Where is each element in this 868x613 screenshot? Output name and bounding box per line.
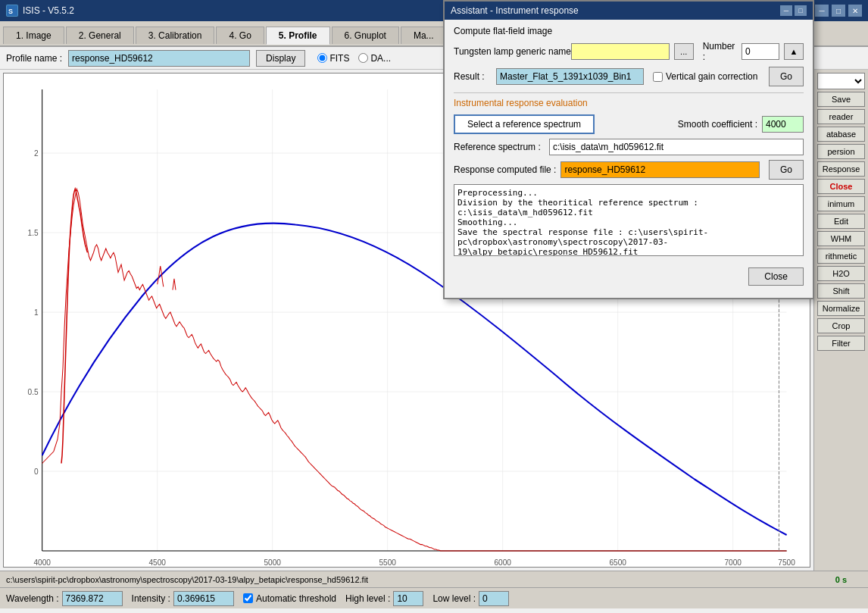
display-button[interactable]: Display xyxy=(256,50,305,67)
high-level-label: High level : xyxy=(345,593,390,604)
sidebar-close-btn[interactable]: Close xyxy=(817,179,865,194)
app-icon: S xyxy=(6,5,18,17)
title-bar-left: S ISIS - V5.5.2 xyxy=(6,5,74,17)
result-label: Result : xyxy=(454,71,492,82)
number-label: Number : xyxy=(703,41,737,62)
fits-label: FITS xyxy=(329,53,349,64)
tab-general[interactable]: 2. General xyxy=(66,27,134,44)
low-level-field: Low level : xyxy=(432,591,509,606)
svg-text:6000: 6000 xyxy=(494,558,511,567)
svg-text:0.5: 0.5 xyxy=(28,388,39,396)
fits-radio[interactable] xyxy=(317,53,327,63)
tungsten-label: Tungsten lamp generic name : xyxy=(454,46,567,57)
status-bar: c:\users\spirit-pc\dropbox\astronomy\spe… xyxy=(0,571,868,587)
low-level-input[interactable] xyxy=(479,591,509,606)
sidebar-whm-btn[interactable]: WHM xyxy=(817,231,865,246)
flatfield-go-btn[interactable]: Go xyxy=(769,67,804,86)
svg-text:5500: 5500 xyxy=(379,558,396,567)
sidebar-arithmetic-btn[interactable]: rithmetic xyxy=(817,249,865,264)
dialog-footer: Close xyxy=(454,264,804,292)
tab-go[interactable]: 4. Go xyxy=(216,27,264,44)
dialog-maximize-btn[interactable]: □ xyxy=(795,5,807,16)
intensity-field: Intensity : xyxy=(132,591,234,606)
fits-radio-item[interactable]: FITS xyxy=(317,53,349,64)
ref-spectrum-row: Reference spectrum : xyxy=(454,139,804,155)
dialog-title: Assistant - Instrument response xyxy=(451,5,579,16)
minimize-button[interactable]: ─ xyxy=(815,5,829,17)
svg-text:2: 2 xyxy=(34,149,39,158)
vertical-gain-label: Vertical gain correction xyxy=(666,71,757,82)
intensity-input[interactable] xyxy=(173,591,234,606)
dat-label: DA... xyxy=(370,53,391,64)
status-time: 0 s xyxy=(835,575,862,584)
dat-radio-item[interactable]: DA... xyxy=(358,53,391,64)
svg-text:7500: 7500 xyxy=(778,558,795,567)
status-path: c:\users\spirit-pc\dropbox\astronomy\spe… xyxy=(6,575,835,584)
title-bar-buttons: ─ □ ✕ xyxy=(815,5,862,17)
sidebar-crop-btn[interactable]: Crop xyxy=(817,318,865,333)
smooth-input[interactable] xyxy=(762,116,804,133)
instrumental-section-title: Instrumental response evaluation xyxy=(454,98,804,108)
select-ref-btn[interactable]: Select a reference spectrum xyxy=(454,114,595,134)
dialog-close-btn[interactable]: Close xyxy=(748,267,804,286)
low-level-label: Low level : xyxy=(432,593,476,604)
sidebar-shift-btn[interactable]: Shift xyxy=(817,283,865,299)
sidebar-save-btn[interactable]: Save xyxy=(817,92,865,107)
close-button[interactable]: ✕ xyxy=(848,5,862,17)
result-input[interactable] xyxy=(496,68,644,85)
svg-text:5000: 5000 xyxy=(264,558,281,567)
svg-text:1.5: 1.5 xyxy=(28,229,39,237)
dialog-title-buttons: ─ □ xyxy=(780,5,807,16)
response-file-row: Response computed file : Go xyxy=(454,160,804,180)
dialog-content: Compute flat-field image Tungsten lamp g… xyxy=(445,20,813,298)
sidebar-edit-btn[interactable]: Edit xyxy=(817,214,865,229)
svg-text:6500: 6500 xyxy=(609,558,626,567)
wavelength-label: Wavelength : xyxy=(6,593,59,604)
vertical-gain-checkbox[interactable] xyxy=(653,72,663,82)
sidebar-reader-btn[interactable]: reader xyxy=(817,109,865,124)
sidebar-minimum-btn[interactable]: inimum xyxy=(817,196,865,211)
high-level-input[interactable] xyxy=(393,591,423,606)
select-ref-row: Select a reference spectrum Smooth coeff… xyxy=(454,114,804,134)
svg-text:7000: 7000 xyxy=(724,558,742,567)
tab-ma[interactable]: Ma... xyxy=(401,27,447,44)
wavelength-field: Wavelength : xyxy=(6,591,123,606)
tungsten-input[interactable] xyxy=(571,43,670,60)
tungsten-browse-btn[interactable]: ... xyxy=(674,43,694,60)
sidebar-dropdown[interactable] xyxy=(817,73,865,89)
tab-gnuplot[interactable]: 6. Gnuplot xyxy=(332,27,399,44)
response-go-btn[interactable]: Go xyxy=(769,160,804,180)
instrumental-section: Instrumental response evaluation Select … xyxy=(454,92,804,292)
maximize-button[interactable]: □ xyxy=(832,5,845,17)
auto-threshold-checkbox[interactable] xyxy=(243,593,253,603)
tab-image[interactable]: 1. Image xyxy=(3,27,64,44)
sidebar-filter-btn[interactable]: Filter xyxy=(817,336,865,351)
log-area[interactable] xyxy=(454,184,804,256)
ref-spectrum-input[interactable] xyxy=(549,139,804,155)
tab-calibration[interactable]: 3. Calibration xyxy=(136,27,215,44)
sidebar-dispersion-btn[interactable]: persion xyxy=(817,144,865,159)
smooth-label: Smooth coefficient : xyxy=(678,119,757,130)
tab-profile[interactable]: 5. Profile xyxy=(266,27,330,45)
bottom-bar: Wavelength : Intensity : Automatic thres… xyxy=(0,587,868,608)
svg-text:1: 1 xyxy=(34,308,39,317)
dialog-title-bar: Assistant - Instrument response ─ □ xyxy=(445,2,813,20)
assistant-dialog: Assistant - Instrument response ─ □ Comp… xyxy=(443,0,814,299)
flatfield-section-title: Compute flat-field image xyxy=(454,26,804,36)
number-up-btn[interactable]: ▲ xyxy=(784,43,804,60)
auto-threshold-field: Automatic threshold xyxy=(243,593,336,604)
radio-group: FITS DA... xyxy=(317,53,391,64)
dialog-minimize-btn[interactable]: ─ xyxy=(780,5,792,16)
sidebar-normalize-btn[interactable]: Normalize xyxy=(817,301,865,316)
sidebar-response-btn[interactable]: Response xyxy=(817,161,865,177)
wavelength-input[interactable] xyxy=(62,591,123,606)
number-input[interactable] xyxy=(742,43,779,60)
dat-radio[interactable] xyxy=(358,53,368,63)
svg-text:4500: 4500 xyxy=(148,558,166,567)
response-file-label: Response computed file : xyxy=(454,164,556,175)
sidebar-database-btn[interactable]: atabase xyxy=(817,127,865,142)
response-file-input[interactable] xyxy=(560,161,760,178)
profile-name-input[interactable] xyxy=(68,50,250,67)
high-level-field: High level : xyxy=(345,591,423,606)
sidebar-h2o-btn[interactable]: H2O xyxy=(817,266,865,281)
